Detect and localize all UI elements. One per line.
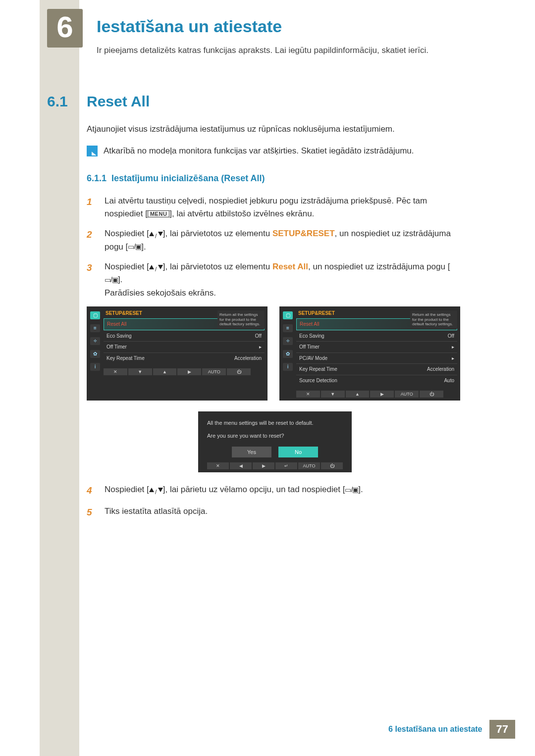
chapter-subtitle: Ir pieejams detalizēts katras funkcijas …	[97, 46, 428, 55]
content-body: Atjaunojiet visus izstrādājuma iestatīju…	[87, 123, 463, 526]
osd-item: Off Timer▸	[104, 341, 265, 353]
osd-menu-1: ▢ ≡ ✧ ✿ i Return all the settings for th…	[87, 306, 268, 401]
osd-footer: ✕▼▲▶AUTO⏻	[296, 391, 443, 398]
arrows-icon: ✧	[90, 337, 100, 345]
osd-tooltip: Return all the settings for the product …	[410, 310, 457, 329]
note-text: Atkarībā no modeļa monitora funkcijas va…	[104, 145, 414, 157]
osd-item: Off Timer▸	[296, 341, 457, 353]
monitor-icon: ▢	[90, 311, 100, 319]
confirm-dialog: All the menu settings will be reset to d…	[198, 411, 352, 472]
side-strip	[40, 0, 79, 756]
info-icon: i	[90, 363, 100, 371]
osd-item: Eco SavingOff	[296, 330, 457, 342]
osd-footer: ✕▼▲▶AUTO⏻	[104, 368, 251, 375]
arrows-icon: ✧	[283, 337, 293, 345]
osd-sidebar: ▢ ≡ ✧ ✿ i	[281, 311, 294, 371]
section-number: 6.1	[47, 93, 68, 110]
step-2: Nospiediet [/], lai pārvietotos uz eleme…	[105, 227, 463, 253]
step-4: Nospiediet [/], lai pārietu uz vēlamo op…	[105, 483, 463, 498]
subsection-heading: 6.1.1 Iestatījumu inicializēšana (Reset …	[87, 172, 463, 186]
up-down-icon: /	[149, 265, 163, 269]
step-1: Lai atvērtu taustiņu ceļvedi, nospiediet…	[105, 195, 463, 221]
gear-icon: ✿	[283, 350, 293, 358]
osd-item: Key Repeat TimeAcceleration	[104, 353, 265, 364]
footer-label: 6 Iestatīšana un atiestate	[388, 725, 482, 734]
page-footer: 6 Iestatīšana un atiestate 77	[40, 720, 515, 738]
menu-key-label: MENU	[148, 210, 169, 217]
section-intro: Atjaunojiet visus izstrādājuma iestatīju…	[87, 123, 463, 136]
chapter-title: Iestatīšana un atiestate	[97, 17, 282, 36]
confirm-footer: ✕◀▶↵AUTO⏻	[207, 462, 343, 469]
enter-icon: ▭/▣	[128, 242, 141, 252]
list-icon: ≡	[283, 324, 293, 332]
step-3: Nospiediet [/], lai pārvietotos uz eleme…	[105, 260, 463, 300]
step-number: 5	[87, 505, 96, 519]
chapter-number-badge: 6	[47, 9, 83, 48]
note-row: Atkarībā no modeļa monitora funkcijas va…	[87, 145, 463, 157]
confirm-no: No	[278, 447, 318, 457]
osd-screenshots: ▢ ≡ ✧ ✿ i Return all the settings for th…	[87, 306, 463, 401]
osd-sidebar: ▢ ≡ ✧ ✿ i	[89, 311, 102, 371]
osd-menu-2: ▢ ≡ ✧ ✿ i Return all the settings for th…	[279, 306, 460, 401]
confirm-line-2: Are you sure you want to reset?	[207, 432, 343, 440]
confirm-line-1: All the menu settings will be reset to d…	[207, 419, 343, 427]
step-number: 3	[87, 260, 96, 300]
osd-item: Source DetectionAuto	[296, 375, 457, 386]
up-down-icon: /	[149, 232, 163, 236]
step-number: 1	[87, 195, 96, 221]
enter-icon: ▭/▣	[345, 485, 358, 496]
confirm-yes: Yes	[232, 447, 271, 457]
note-icon	[87, 146, 98, 156]
steps-list-cont: 4 Nospiediet [/], lai pārietu uz vēlamo …	[87, 483, 463, 519]
info-icon: i	[283, 363, 293, 371]
monitor-icon: ▢	[283, 311, 293, 319]
enter-icon: ▭/▣	[105, 275, 118, 286]
page-number: 77	[489, 720, 515, 739]
osd-item: Eco SavingOff	[104, 330, 265, 342]
gear-icon: ✿	[90, 350, 100, 358]
osd-item: Key Repeat TimeAcceleration	[296, 363, 457, 375]
up-down-icon: /	[149, 488, 163, 492]
osd-item: PC/AV Mode▸	[296, 353, 457, 364]
steps-list: 1 Lai atvērtu taustiņu ceļvedi, nospiedi…	[87, 195, 463, 300]
step-number: 4	[87, 483, 96, 498]
step-number: 2	[87, 227, 96, 253]
step-5: Tiks iestatīta atlasītā opcija.	[105, 505, 463, 519]
section-title: Reset All	[87, 93, 150, 110]
osd-tooltip: Return all the settings for the product …	[217, 310, 265, 329]
list-icon: ≡	[90, 324, 100, 332]
